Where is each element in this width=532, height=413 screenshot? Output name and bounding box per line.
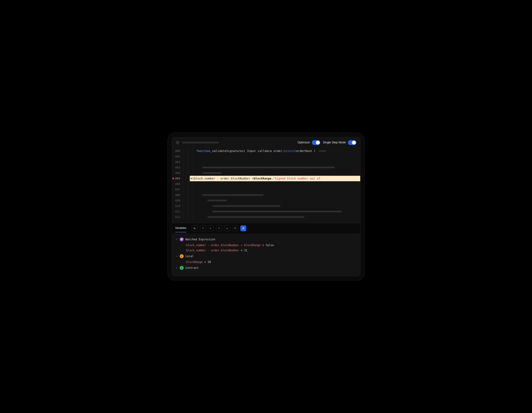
optimizer-label: Optimizer: [297, 141, 310, 144]
scope-label: Watched Expression: [186, 238, 215, 241]
code-line[interactable]: 409: [172, 198, 360, 203]
expression: block_number - order.blockNumber < block…: [186, 244, 261, 247]
chevron-right-icon[interactable]: [175, 267, 178, 269]
scope-watched[interactable]: W Watched Expression: [175, 236, 357, 243]
step-over-button[interactable]: [200, 225, 206, 231]
line-number: 401: [172, 155, 181, 158]
code-line[interactable]: 403: [172, 165, 360, 170]
code-editor[interactable]: 400 function _validateSignatures ( Input…: [172, 147, 360, 223]
scope-badge-contract: C: [180, 266, 184, 270]
titlebar: Optimizer Single Step Mode: [172, 137, 360, 147]
code-line[interactable]: 407: [172, 187, 360, 192]
line-number: 402: [172, 160, 181, 163]
value: 30: [208, 260, 211, 264]
title-avatar-placeholder: [176, 141, 179, 144]
hl-string: "Signed block number out of: [273, 177, 320, 180]
params-b: orderHash ): [296, 149, 315, 153]
type-bytes32: bytes32: [284, 149, 296, 153]
step-out-button[interactable]: [216, 225, 222, 231]
tab-variables[interactable]: Variables: [175, 226, 187, 232]
code-line[interactable]: 401: [172, 154, 360, 159]
function-name: _validateSignatures: [210, 149, 244, 153]
code-skeleton: [207, 200, 227, 201]
value: 31: [244, 249, 247, 252]
single-step-toggle[interactable]: [348, 140, 356, 145]
code-skeleton: [213, 205, 280, 207]
expression: block_number - order.blockNumber: [186, 249, 239, 252]
code-line[interactable]: 402: [172, 159, 360, 165]
hl-bold: blockRange: [254, 177, 271, 180]
code-line[interactable]: 410: [172, 203, 360, 209]
watched-item[interactable]: block_number - order.blockNumber = 31: [175, 248, 357, 253]
local-item[interactable]: blockRange = 30: [175, 259, 357, 265]
hl-mid: ,: [271, 177, 273, 180]
line-number: 411: [172, 210, 181, 213]
code-line[interactable]: 411: [172, 209, 360, 214]
line-number: 406: [172, 182, 181, 186]
code-skeleton: [202, 172, 222, 174]
line-number: 404: [172, 171, 181, 175]
app-panel: Optimizer Single Step Mode 400 function …: [172, 137, 360, 276]
hl-pre: require(block.number - order.blockNumber…: [180, 177, 254, 180]
code-line[interactable]: 406: [172, 181, 360, 187]
keyword-function: function: [196, 149, 210, 153]
chevron-down-icon[interactable]: [175, 238, 178, 240]
single-step-toggle-group: Single Step Mode: [323, 140, 356, 145]
value: false: [266, 244, 274, 247]
scope-label: Local: [186, 255, 194, 258]
optimizer-toggle-group: Optimizer: [297, 140, 320, 145]
scope-badge-local: L: [180, 254, 184, 258]
code-skeleton: [207, 216, 304, 218]
scope-badge-watched: W: [180, 237, 184, 241]
line-number: 400: [172, 149, 181, 153]
debugger-toolbar: Variables: [172, 223, 360, 233]
params-a: ( Input calldata order,: [244, 149, 284, 153]
expression: blockRange: [186, 260, 203, 264]
code-skeleton: [202, 194, 264, 196]
stack-button[interactable]: [240, 225, 246, 231]
scope-contract[interactable]: C Contract: [175, 265, 357, 271]
svg-rect-0: [194, 228, 194, 229]
line-number: 409: [172, 199, 181, 202]
breakpoint-dot-icon[interactable]: [172, 178, 174, 179]
restart-button[interactable]: [232, 225, 238, 231]
chevron-down-icon[interactable]: [175, 255, 178, 257]
code-line-active[interactable]: 405 require(block.number - order.blockNu…: [172, 176, 360, 181]
scope-local[interactable]: L Local: [175, 253, 357, 259]
line-number: 412: [172, 215, 181, 219]
line-number: 403: [172, 166, 181, 169]
continue-button[interactable]: [192, 225, 198, 231]
code-skeleton: [319, 150, 326, 152]
code-line[interactable]: 400 function _validateSignatures ( Input…: [172, 148, 360, 154]
step-down-button[interactable]: [224, 225, 230, 231]
optimizer-toggle[interactable]: [312, 140, 320, 145]
line-number: 410: [172, 204, 181, 208]
step-into-button[interactable]: [208, 225, 214, 231]
code-skeleton: [213, 211, 342, 212]
code-line[interactable]: 404: [172, 170, 360, 176]
code-line[interactable]: 412: [172, 214, 360, 220]
line-number: 408: [172, 193, 181, 197]
code-skeleton: [202, 167, 335, 168]
scope-label: Contract: [186, 266, 199, 269]
code-line[interactable]: 408: [172, 192, 360, 198]
title-skeleton: [182, 142, 219, 143]
watched-item[interactable]: block_number - order.blockNumber < block…: [175, 243, 357, 248]
variables-panel: W Watched Expression block_number - orde…: [172, 233, 360, 276]
device-frame: Optimizer Single Step Mode 400 function …: [167, 133, 365, 280]
single-step-label: Single Step Mode: [323, 141, 346, 144]
line-number: 407: [172, 188, 181, 191]
